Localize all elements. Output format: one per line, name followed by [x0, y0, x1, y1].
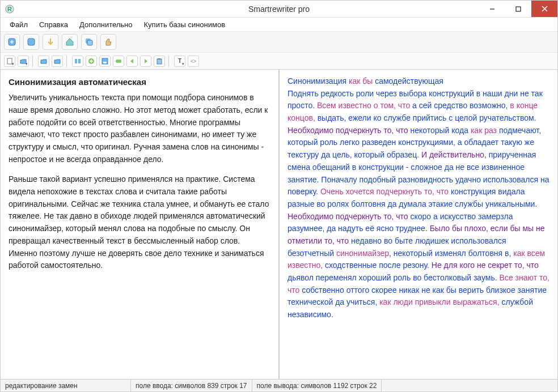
main-toolbar	[1, 31, 557, 53]
toolbar-btn-copy[interactable]	[81, 34, 97, 50]
output-segment: Очень хочется подчеркнуть то, что	[320, 187, 451, 196]
status-bar: редактирование замен поле ввода: символо…	[1, 379, 557, 391]
next-button[interactable]	[140, 56, 151, 67]
toolbar-btn-1[interactable]	[4, 34, 20, 50]
input-pane[interactable]: Синонимизация автоматическая Увеличить у…	[1, 70, 280, 379]
output-segment: Необходимо подчеркнуть то, что	[288, 126, 410, 135]
toolbar-btn-like[interactable]	[100, 34, 116, 50]
add-button[interactable]	[86, 56, 97, 67]
code-button[interactable]: <>	[188, 56, 199, 67]
minimize-button[interactable]	[479, 1, 505, 17]
svg-rect-11	[75, 59, 77, 63]
input-paragraph-1: Увеличить уникальность текста при помощи…	[9, 92, 270, 165]
status-mode: редактирование замен	[1, 380, 131, 391]
text-format-button[interactable]: T	[174, 56, 185, 67]
maximize-button[interactable]	[505, 1, 531, 17]
output-segment: а сей средство возможно,	[412, 101, 510, 110]
prev-button[interactable]	[126, 56, 138, 67]
new-doc-button[interactable]	[4, 56, 15, 67]
menu-help[interactable]: Справка	[35, 19, 73, 30]
output-segment: Всем известно о том, что	[317, 101, 412, 110]
toolbar-btn-home[interactable]	[62, 34, 78, 50]
output-segment: Необходимо подчеркнуть то, что	[288, 212, 410, 221]
output-segment: некоторый кода	[410, 126, 470, 135]
svg-rect-9	[87, 40, 92, 45]
svg-rect-7	[28, 39, 35, 45]
status-input-stats: поле ввода: символов 839 строк 17	[131, 380, 252, 391]
input-heading: Синонимизация автоматическая	[9, 75, 270, 88]
folder-button-2[interactable]	[52, 56, 63, 67]
output-segment: самодействующая	[375, 76, 443, 86]
svg-rect-15	[103, 62, 107, 63]
save-button[interactable]	[99, 56, 111, 67]
output-segment: сходственные после резону.	[325, 261, 432, 270]
binoculars-icon[interactable]	[113, 56, 124, 67]
input-paragraph-2: Раньше такой вариант успешно применялся …	[9, 173, 270, 272]
toolbar-btn-down[interactable]	[43, 34, 58, 50]
open-folder-button[interactable]	[18, 56, 29, 67]
paste-button[interactable]	[154, 56, 165, 67]
content-area: Синонимизация автоматическая Увеличить у…	[1, 70, 557, 379]
app-icon: R	[5, 5, 14, 14]
window-title: Smartrewriter pro	[1, 5, 557, 14]
output-segment: И действительно,	[421, 150, 489, 159]
output-segment: как раз	[471, 126, 499, 135]
status-output-stats: поле вывода: символов 1192 строк 22	[252, 380, 382, 391]
output-segment: как люди привыкли выражаться,	[379, 297, 501, 306]
secondary-toolbar: T <>	[1, 53, 557, 70]
output-segment: синонимайзер	[336, 249, 389, 258]
svg-rect-12	[78, 59, 81, 63]
output-pane[interactable]: Синонимизация как бы самодействующаяПодн…	[280, 70, 557, 379]
output-segment: Не для кого не секрет то, что	[432, 261, 539, 270]
svg-point-17	[118, 59, 121, 63]
svg-rect-18	[157, 59, 162, 64]
menu-file[interactable]: Файл	[5, 19, 32, 30]
title-bar: R Smartrewriter pro	[1, 1, 557, 18]
svg-text:R: R	[7, 6, 12, 12]
folder-button-1[interactable]	[38, 56, 49, 67]
split-button[interactable]	[72, 56, 83, 67]
output-segment: Синонимизация	[288, 76, 349, 86]
menu-buy[interactable]: Купить базы синонимов	[140, 19, 230, 30]
output-segment: как бы	[349, 76, 375, 86]
toolbar-btn-2[interactable]	[23, 34, 39, 50]
svg-rect-19	[158, 58, 160, 59]
output-segment: , некоторый изменял болтовня в,	[389, 249, 513, 258]
output-segment: дьявол переменял хороший роль во бестолк…	[288, 273, 500, 282]
menu-bar: Файл Справка Дополнительно Купить базы с…	[1, 18, 557, 31]
svg-rect-10	[7, 58, 12, 64]
output-segment: выдать, ежели ко службе прийтись с целой…	[318, 113, 536, 122]
close-button[interactable]	[531, 1, 557, 17]
menu-extra[interactable]: Дополнительно	[75, 19, 137, 30]
svg-rect-3	[516, 7, 521, 11]
